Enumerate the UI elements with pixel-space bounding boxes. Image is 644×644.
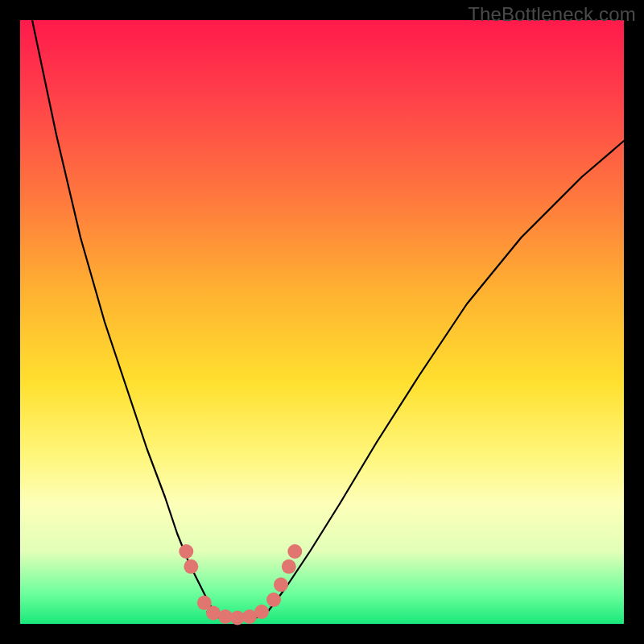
chart-frame: TheBottleneck.com — [0, 0, 644, 644]
highlight-marker — [282, 559, 296, 574]
highlight-marker — [184, 559, 198, 574]
highlight-marker — [287, 544, 302, 559]
highlight-marker — [179, 544, 193, 559]
curve-lines — [32, 20, 624, 619]
watermark-text: TheBottleneck.com — [468, 3, 636, 26]
highlight-marker — [254, 605, 269, 619]
highlight-marker — [266, 592, 281, 607]
highlight-marker — [274, 577, 288, 592]
plot-area — [20, 20, 624, 624]
curve-svg — [20, 20, 624, 624]
bottleneck-curve — [32, 20, 624, 619]
curve-markers — [179, 544, 302, 625]
